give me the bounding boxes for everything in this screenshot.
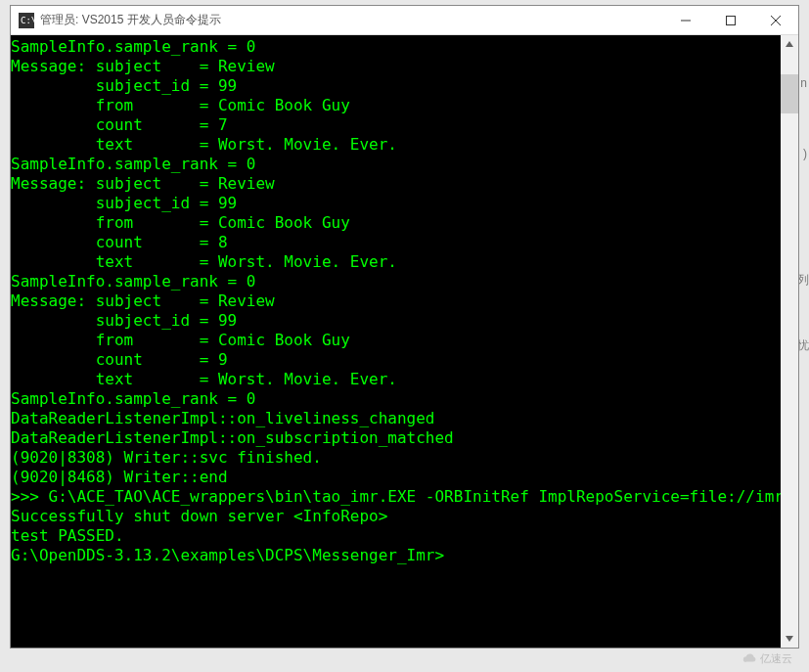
console-line: (9020|8308) Writer::svc finished. bbox=[11, 448, 781, 468]
console-line: G:\OpenDDS-3.13.2\examples\DCPS\Messenge… bbox=[11, 546, 781, 565]
terminal-window: C:\ 管理员: VS2015 开发人员命令提示 SampleInfo.samp… bbox=[10, 5, 799, 649]
console-line: count = 7 bbox=[11, 115, 781, 135]
console-line: subject_id = 99 bbox=[11, 194, 781, 213]
console-output[interactable]: SampleInfo.sample_rank = 0Message: subje… bbox=[11, 35, 781, 648]
console-line: SampleInfo.sample_rank = 0 bbox=[11, 389, 781, 409]
console-line: from = Comic Book Guy bbox=[11, 331, 781, 350]
close-button[interactable] bbox=[753, 6, 798, 35]
console-line: subject_id = 99 bbox=[11, 76, 781, 96]
bg-text-fragment: ) bbox=[803, 147, 807, 160]
console-line: Message: subject = Review bbox=[11, 57, 781, 76]
maximize-button[interactable] bbox=[708, 6, 753, 35]
console-line: count = 9 bbox=[11, 350, 781, 370]
console-line: test PASSED. bbox=[11, 526, 781, 546]
console-line: DataReaderListenerImpl::on_liveliness_ch… bbox=[11, 409, 781, 428]
console-line: Message: subject = Review bbox=[11, 174, 781, 194]
console-line: DataReaderListenerImpl::on_subscription_… bbox=[11, 428, 781, 448]
scroll-thumb[interactable] bbox=[781, 74, 798, 113]
console-line: SampleInfo.sample_rank = 0 bbox=[11, 37, 781, 57]
window-controls bbox=[663, 6, 798, 35]
console-line: SampleInfo.sample_rank = 0 bbox=[11, 272, 781, 291]
console-line: subject_id = 99 bbox=[11, 311, 781, 331]
svg-rect-2 bbox=[727, 16, 736, 24]
cmd-icon: C:\ bbox=[19, 13, 34, 28]
console-line: Message: subject = Review bbox=[11, 291, 781, 311]
window-title: 管理员: VS2015 开发人员命令提示 bbox=[40, 12, 663, 28]
watermark-text: 亿速云 bbox=[760, 651, 792, 666]
console-line: text = Worst. Movie. Ever. bbox=[11, 370, 781, 389]
minimize-button[interactable] bbox=[663, 6, 708, 35]
console-area: SampleInfo.sample_rank = 0Message: subje… bbox=[11, 35, 798, 648]
scroll-down-button[interactable] bbox=[781, 630, 798, 648]
console-line: >>> G:\ACE_TAO\ACE_wrappers\bin\tao_imr.… bbox=[11, 487, 781, 507]
bg-text-fragment: n bbox=[800, 76, 807, 90]
console-line: from = Comic Book Guy bbox=[11, 213, 781, 233]
console-line: from = Comic Book Guy bbox=[11, 96, 781, 115]
console-line: count = 8 bbox=[11, 233, 781, 252]
console-line: SampleInfo.sample_rank = 0 bbox=[11, 155, 781, 174]
console-line: (9020|8468) Writer::end bbox=[11, 468, 781, 487]
console-line: text = Worst. Movie. Ever. bbox=[11, 252, 781, 272]
titlebar[interactable]: C:\ 管理员: VS2015 开发人员命令提示 bbox=[11, 6, 798, 35]
vertical-scrollbar[interactable] bbox=[781, 35, 798, 648]
watermark-logo: 亿速云 bbox=[742, 649, 801, 668]
console-line: text = Worst. Movie. Ever. bbox=[11, 135, 781, 155]
console-line: Successfully shut down server <InfoRepo> bbox=[11, 507, 781, 526]
svg-text:C:\: C:\ bbox=[21, 16, 34, 25]
scroll-up-button[interactable] bbox=[781, 35, 798, 53]
